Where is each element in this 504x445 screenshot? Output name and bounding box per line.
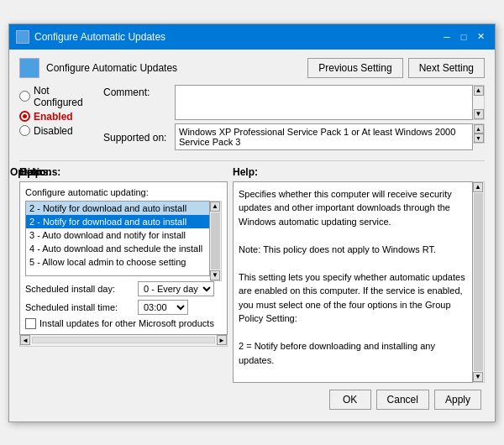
scheduled-day-row: Scheduled install day: 0 - Every day — [25, 281, 222, 296]
apply-button[interactable]: Apply — [434, 390, 481, 410]
help-panel: Help: Specifies whether this computer wi… — [233, 166, 485, 383]
radio-disabled[interactable]: Disabled — [19, 125, 97, 137]
scheduled-day-label: Scheduled install day: — [25, 284, 134, 294]
dialog-content: Configure Automatic Updates Previous Set… — [9, 50, 495, 421]
divider — [19, 160, 485, 161]
radio-enabled-label: Enabled — [34, 111, 73, 123]
help-scroll-down[interactable]: ▼ — [473, 372, 483, 382]
scheduled-time-label: Scheduled install time: — [25, 302, 134, 312]
supported-scroll-down[interactable]: ▼ — [474, 134, 484, 143]
header-icon — [19, 58, 39, 78]
help-panel-label: Help: — [19, 166, 45, 178]
scheduled-time-select[interactable]: 03:00 — [138, 300, 188, 315]
radio-not-configured-circle[interactable] — [19, 91, 30, 102]
update-options-listbox[interactable]: 2 - Notify for download and auto install… — [25, 201, 210, 276]
maximize-button[interactable]: □ — [456, 29, 471, 44]
options-panel: Options: Configure automatic updating: 2… — [19, 166, 228, 383]
scroll-down-arrow[interactable]: ▼ — [474, 109, 484, 119]
listbox-wrap: 2 - Notify for download and auto install… — [25, 201, 222, 281]
supported-value: Windows XP Professional Service Pack 1 o… — [179, 127, 469, 147]
supported-scroll-up[interactable]: ▲ — [474, 124, 484, 134]
list-item-4[interactable]: 5 - Allow local admin to choose setting — [26, 255, 209, 269]
scroll-right-btn[interactable]: ► — [217, 335, 227, 345]
radio-enabled[interactable]: Enabled — [19, 111, 97, 123]
comment-label: Comment: — [103, 85, 175, 98]
listbox-scroll-up[interactable]: ▲ — [210, 202, 220, 212]
help-scrollbar[interactable]: ▲ ▼ — [473, 181, 485, 383]
checkbox-row: Install updates for other Microsoft prod… — [25, 318, 222, 329]
comment-scrollbar[interactable]: ▲ ▼ — [473, 85, 485, 120]
help-label: Help: — [233, 166, 485, 178]
radio-disabled-circle[interactable] — [19, 125, 30, 136]
top-right: Comment: ▲ ▼ Supported on: — [103, 85, 485, 155]
previous-setting-button[interactable]: Previous Setting — [307, 58, 402, 78]
radio-group: Not Configured Enabled Disabled — [19, 85, 103, 155]
scheduled-time-row: Scheduled install time: 03:00 — [25, 300, 222, 315]
options-horizontal-scrollbar[interactable]: ◄ ► — [19, 335, 228, 347]
title-bar-controls: ─ □ ✕ — [439, 29, 488, 44]
list-item-1[interactable]: 2 - Notify for download and auto install — [26, 215, 209, 228]
options-box: Configure automatic updating: 2 - Notify… — [19, 181, 228, 335]
header-buttons: Previous Setting Next Setting — [307, 58, 485, 78]
help-text-box[interactable]: Specifies whether this computer will rec… — [233, 181, 473, 383]
listbox-scroll-down[interactable]: ▼ — [210, 270, 220, 280]
ok-button[interactable]: OK — [329, 390, 371, 410]
scheduled-day-select[interactable]: 0 - Every day — [138, 281, 214, 296]
help-text-wrap: Specifies whether this computer will rec… — [233, 181, 485, 383]
cancel-button[interactable]: Cancel — [376, 390, 429, 410]
list-item-0[interactable]: 2 - Notify for download and auto install — [26, 202, 209, 215]
scroll-left-btn[interactable]: ◄ — [20, 335, 30, 345]
checkbox-label: Install updates for other Microsoft prod… — [39, 318, 214, 328]
close-button[interactable]: ✕ — [473, 29, 488, 44]
list-item-2[interactable]: 3 - Auto download and notify for install — [26, 228, 209, 242]
next-setting-button[interactable]: Next Setting — [408, 58, 485, 78]
radio-enabled-circle[interactable] — [19, 111, 30, 122]
title-bar: Configure Automatic Updates ─ □ ✕ — [9, 24, 495, 50]
title-bar-left: Configure Automatic Updates — [16, 30, 165, 44]
radio-not-configured[interactable]: Not Configured — [19, 85, 97, 108]
supported-label: Supported on: — [103, 130, 175, 144]
supported-value-box: Windows XP Professional Service Pack 1 o… — [175, 123, 473, 150]
top-section: Not Configured Enabled Disabled Comment: — [19, 85, 485, 155]
supported-row: Supported on: Windows XP Professional Se… — [103, 123, 485, 150]
minimize-button[interactable]: ─ — [439, 29, 454, 44]
radio-disabled-label: Disabled — [34, 125, 73, 137]
comment-row: Comment: ▲ ▼ — [103, 85, 485, 120]
window-icon — [16, 30, 29, 44]
listbox-scrollbar[interactable]: ▲ ▼ — [210, 201, 222, 281]
updates-checkbox[interactable] — [25, 318, 36, 329]
header-title: Configure Automatic Updates — [46, 62, 301, 74]
main-window: Configure Automatic Updates ─ □ ✕ Config… — [8, 24, 496, 422]
comment-textarea[interactable] — [175, 85, 473, 120]
list-item-3[interactable]: 4 - Auto download and schedule the insta… — [26, 242, 209, 255]
scroll-up-arrow[interactable]: ▲ — [474, 86, 484, 96]
window-title: Configure Automatic Updates — [34, 31, 165, 43]
radio-dot — [23, 114, 27, 118]
supported-scrollbar[interactable]: ▲ ▼ — [473, 123, 485, 144]
bottom-buttons: OK Cancel Apply — [19, 383, 485, 413]
configure-updating-label: Configure automatic updating: — [25, 187, 222, 197]
header-row: Configure Automatic Updates Previous Set… — [19, 58, 485, 78]
radio-not-configured-label: Not Configured — [34, 85, 97, 108]
main-panels: Options: Configure automatic updating: 2… — [19, 166, 485, 383]
help-scroll-up[interactable]: ▲ — [473, 182, 483, 192]
